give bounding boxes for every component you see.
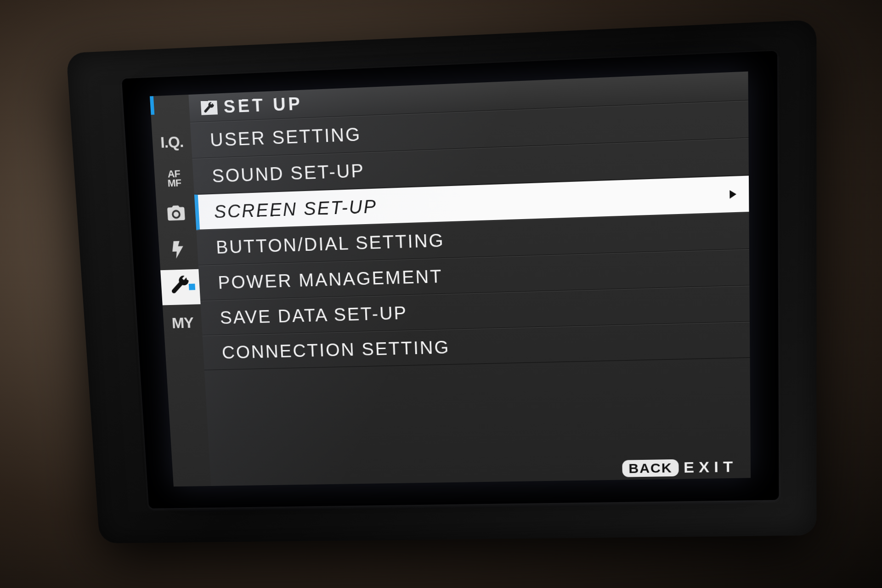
menu-item-label: CONNECTION SETTING — [221, 337, 450, 362]
footer-hint: BACK EXIT — [622, 458, 738, 477]
menu-item-label: USER SETTING — [209, 124, 362, 150]
tab-setup[interactable] — [160, 269, 200, 305]
menu-item-label: SCREEN SET-UP — [214, 196, 378, 222]
camera-body: I.Q. AF MF — [66, 20, 816, 543]
bolt-icon — [167, 239, 189, 264]
exit-label: EXIT — [684, 458, 738, 476]
tab-my[interactable]: MY — [163, 304, 203, 341]
wrench-icon — [170, 275, 191, 300]
chevron-right-icon — [729, 190, 736, 198]
lcd-screen: I.Q. AF MF — [150, 72, 751, 487]
camera-icon — [165, 203, 187, 228]
tab-shooting[interactable] — [156, 196, 197, 234]
menu-list: USER SETTING SOUND SET-UP SCREEN SET-UP … — [190, 101, 751, 486]
tab-af-mf[interactable]: AF MF — [154, 159, 194, 198]
tab-setup-indicator — [189, 283, 195, 290]
menu-item-label: BUTTON/DIAL SETTING — [215, 230, 445, 257]
menu-item-label: POWER MANAGEMENT — [217, 266, 443, 293]
tab-my-label: MY — [171, 314, 194, 332]
tab-iq[interactable]: I.Q. — [152, 123, 192, 161]
menu-item-label: SOUND SET-UP — [211, 160, 365, 186]
tab-iq-label: I.Q. — [160, 132, 184, 151]
wrench-icon — [201, 100, 218, 115]
tab-afmf-label: AF MF — [167, 169, 181, 188]
back-button[interactable]: BACK — [622, 459, 679, 477]
menu-title: SET UP — [223, 94, 303, 117]
main-panel: SET UP USER SETTING SOUND SET-UP SCREEN … — [188, 72, 751, 486]
tab-flash[interactable] — [158, 233, 198, 270]
menu-item-label: SAVE DATA SET-UP — [220, 302, 408, 328]
tab-spacer — [150, 95, 190, 124]
screen-bezel: I.Q. AF MF — [122, 51, 779, 508]
